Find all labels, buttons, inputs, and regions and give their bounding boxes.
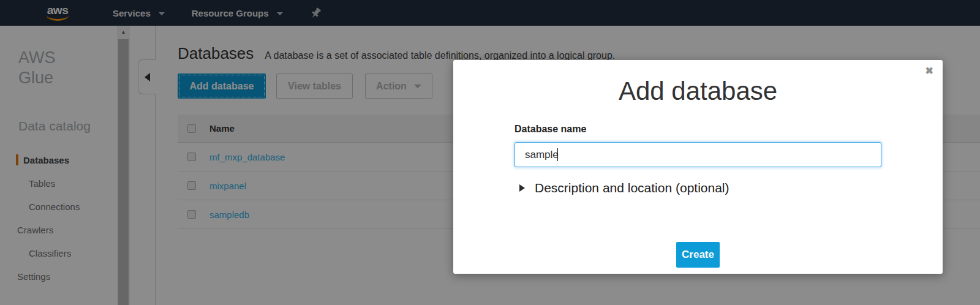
database-name-input[interactable] xyxy=(514,142,881,167)
disclosure-label: Description and location (optional) xyxy=(535,179,729,196)
modal-title: Add database xyxy=(453,77,943,105)
close-icon[interactable]: ✖ xyxy=(925,65,933,77)
database-name-label: Database name xyxy=(514,124,881,135)
text-cursor xyxy=(557,148,558,161)
create-button[interactable]: Create xyxy=(676,242,720,268)
add-database-modal: ✖ Add database Database name Description… xyxy=(453,60,943,274)
description-location-disclosure[interactable]: Description and location (optional) xyxy=(514,179,881,196)
disclosure-right-icon xyxy=(519,184,525,192)
